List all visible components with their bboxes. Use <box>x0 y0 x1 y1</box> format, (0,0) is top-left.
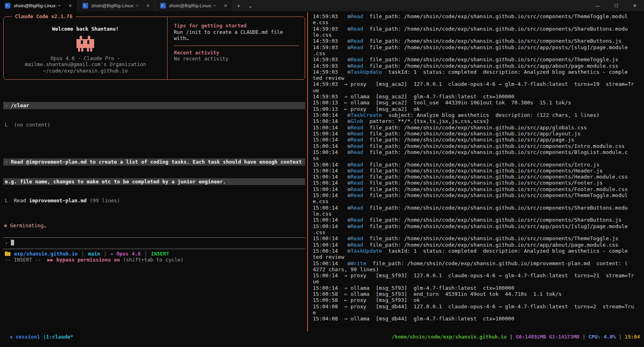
text-cursor <box>11 240 14 245</box>
close-button[interactable]: ✕ <box>625 0 644 11</box>
log-text: 15:00:14 <box>313 149 347 155</box>
log-text: 15:00:14 <box>313 180 347 186</box>
tips-header: Tips for getting started <box>174 23 299 29</box>
tab-close-icon[interactable]: ✕ <box>222 2 229 9</box>
log-text: taskId: 1 status: completed description:… <box>382 248 627 254</box>
tool-name: Read <box>351 143 363 149</box>
log-line: .css <box>313 50 643 56</box>
log-line: 15:00:58 ⇐ ollama [msg_5f93] end_turn 45… <box>313 291 643 297</box>
log-text: 15:00:14 <box>313 162 347 168</box>
maximize-button[interactable]: ☐ <box>607 0 625 11</box>
log-text: 15:00:14 <box>313 186 347 192</box>
log-line: 15:00:14 ⚙Read file_path: /home/shsin/co… <box>313 149 643 155</box>
input-prompt-char: › <box>5 240 8 246</box>
log-text: ted review <box>313 254 344 260</box>
shell-icon: >_ <box>160 3 166 8</box>
tool-name: Read <box>351 174 363 180</box>
log-text: 15:00:14 <box>313 174 347 180</box>
log-line: e <box>313 310 643 316</box>
model-plan-line: Opus 4.6 · Claude Pro · <box>4 55 167 62</box>
tab-close-icon[interactable]: ✕ <box>144 2 152 9</box>
gear-icon: ⚙ <box>347 162 351 168</box>
log-line: 4272 chars, 99 lines) <box>313 266 643 272</box>
log-line: 14:59:03 ⚙Read file_path: /home/shsin/co… <box>313 63 643 69</box>
tool-name: Read <box>351 235 363 241</box>
gear-icon: ⚙ <box>347 168 351 174</box>
log-text: file_path: /home/shsin/code/exp/shansin.… <box>363 205 627 211</box>
vim-mode-badge: INSERT <box>151 251 169 257</box>
cwd-line: ~/code/exp/shansin.github.io <box>4 68 167 74</box>
log-text: 15:00:58 ← proxy [msg_5f93] ok <box>313 297 420 303</box>
gear-icon: ⚙ <box>347 248 351 254</box>
tmux-pane-divider[interactable] <box>307 12 308 331</box>
log-line: ue <box>313 87 643 94</box>
log-line: ted review <box>313 75 643 81</box>
log-line: 14:59:03 ⚙Read file_path: /home/shsin/co… <box>313 44 643 50</box>
log-text: 15:00:14 <box>313 137 347 143</box>
tool-name: Glob <box>351 118 363 124</box>
git-branch: main <box>88 251 100 257</box>
cpu-usage: CPU: 4.0% <box>588 334 616 340</box>
shell-icon: >_ <box>5 3 10 8</box>
log-line: 15:04:08 ⇒ ollama [msg_db44] glm-4.7-fla… <box>313 316 643 322</box>
gear-icon: ⚙ <box>347 235 351 241</box>
model-star-icon: ✦ <box>110 251 114 257</box>
log-text: file_path: /home/shsin/code/exp/shansin.… <box>363 192 627 198</box>
log-line: 15:00:14 ⚙Read file_path: /home/shsin/co… <box>313 235 643 241</box>
tab-dropdown-button[interactable]: ⌄ <box>244 2 257 10</box>
gear-icon: ⚙ <box>347 112 351 118</box>
log-text: e.css <box>313 19 328 25</box>
log-line: 15:00:14 ⚙Read file_path: /home/shsin/co… <box>313 125 643 131</box>
log-text: file_path: /home/shsin/code/exp/shansin.… <box>363 242 618 248</box>
terminal-tab-1[interactable]: >_shsin@BigRig-Linux: ~✕ <box>0 0 78 11</box>
log-text: 15:00:14 <box>313 143 347 149</box>
terminal-tab-3[interactable]: >_shsin@BigRig-Linux: ~✕ <box>155 0 233 11</box>
separator: │ <box>141 251 151 257</box>
tool-name: Read <box>351 26 363 32</box>
log-text: 15:00:14 <box>313 131 347 137</box>
gear-icon: ⚙ <box>347 242 351 248</box>
gear-icon: ⚙ <box>347 69 351 75</box>
log-pane[interactable]: 14:59:03 ⚙Read file_path: /home/shsin/co… <box>313 13 643 331</box>
log-line: 15:00:14 ⚙Read file_path: /home/shsin/co… <box>313 192 643 198</box>
log-text: 4272 chars, 99 lines) <box>313 266 379 272</box>
tmux-session-info[interactable]: ◈ session1 |1:claude* <box>3 334 73 340</box>
tool-name: Read <box>351 149 363 155</box>
log-text: 15:00:14 <box>313 125 347 131</box>
gear-icon: ⚙ <box>347 56 351 62</box>
claude-code-pane[interactable]: Claude Code v2.1.76 Welcome back Shantan… <box>3 13 305 331</box>
tool-name: Read <box>351 63 363 69</box>
log-line: 15:00:58 ← proxy [msg_5f93] ok <box>313 297 643 303</box>
minimize-button[interactable]: — <box>588 0 607 11</box>
history-task-prompt-line2: e.g. file name, changes to make etc to b… <box>3 178 305 185</box>
tab-close-icon[interactable]: ✕ <box>66 2 74 9</box>
log-text: file_path: /home/shsin/code/exp/shansin.… <box>363 131 580 137</box>
new-tab-button[interactable]: + <box>233 2 244 10</box>
log-text: file_path: /home/shsin/code/exp/shansin.… <box>363 217 621 223</box>
log-text: 14:59:03 <box>313 63 347 69</box>
log-line: le.css <box>313 211 643 217</box>
terminal-tab-2[interactable]: >_shsin@BigRig-Linux: ~✕ <box>78 0 155 11</box>
separator: | <box>507 334 516 340</box>
log-text: 14:59:03 <box>313 44 347 50</box>
log-text: 15:00:14 <box>313 248 347 254</box>
log-text: 15:04:08 → proxy [msg_db44] 127.0.0.1 cl… <box>313 303 634 310</box>
log-text: file_path: /home/shsin/code/exp/shansin.… <box>363 235 618 241</box>
gear-icon: ⚙ <box>347 180 351 186</box>
gear-icon: ⚙ <box>347 118 351 124</box>
history-clear-command: › /clear <box>3 102 305 109</box>
clock: 15:04 <box>625 334 640 340</box>
gear-icon: ⚙ <box>347 143 351 149</box>
tool-name: Read <box>351 205 363 211</box>
tab-title: shsin@BigRig-Linux: ~ <box>169 3 219 8</box>
log-text: 15:00:13 ⇐ ollama [msg_aca2] tool_use 44… <box>313 100 571 106</box>
log-line: 14:59:03 ⚙Read file_path: /home/shsin/co… <box>313 13 643 19</box>
tool-name: Read <box>351 56 363 62</box>
log-text: 15:00:14 <box>313 223 347 229</box>
claude-version-title: Claude Code v2.1.76 <box>12 13 76 20</box>
log-text: file_path: /home/shsin/code/exp/shansin.… <box>363 44 627 50</box>
tab-title: shsin@BigRig-Linux: ~ <box>91 3 141 8</box>
tool-name: Read <box>351 192 363 198</box>
prompt-input[interactable]: › <box>3 237 305 249</box>
log-text: file_path: /home/shsin/code/exp/shansin.… <box>363 223 627 229</box>
